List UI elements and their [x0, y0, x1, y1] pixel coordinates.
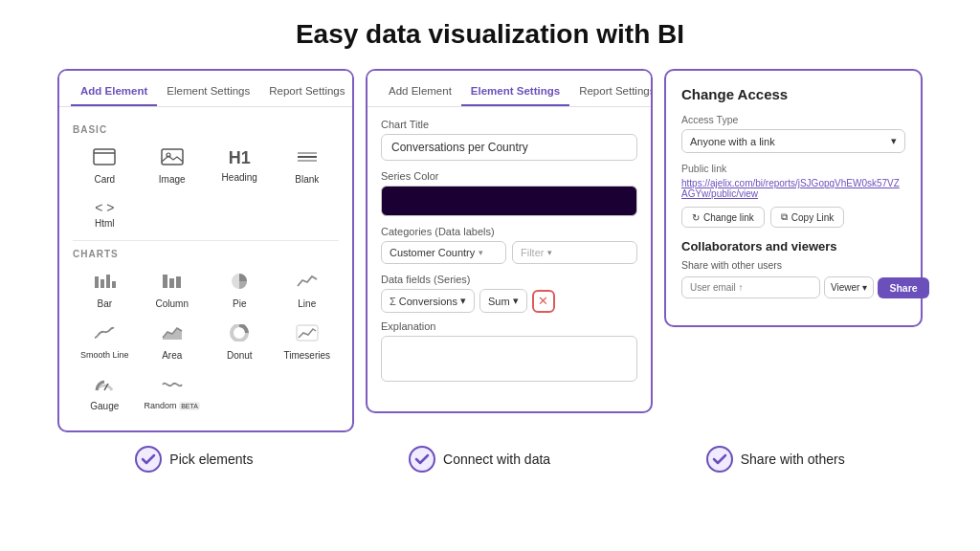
svg-point-19 [410, 447, 434, 472]
left-panel-content: BASIC Card Image H1 [59, 107, 352, 430]
random-icon [161, 376, 184, 399]
explanation-input[interactable] [381, 336, 637, 382]
timeseries-chart-item[interactable]: Timeseries [276, 319, 340, 366]
svg-rect-7 [95, 276, 99, 288]
categories-row: Customer Country ▾ Filter ▾ [381, 241, 637, 264]
image-item[interactable]: Image [141, 143, 205, 190]
area-icon [161, 324, 184, 347]
tab-report-settings-mid[interactable]: Report Settings [569, 80, 653, 106]
connect-label: Connect with data [443, 452, 550, 467]
gauge-chart-item[interactable]: Gauge [73, 370, 137, 418]
access-type-label: Access Type [681, 114, 905, 125]
tab-add-element-mid[interactable]: Add Element [379, 80, 461, 106]
column-icon [161, 273, 184, 296]
series-agg-select[interactable]: Sum ▾ [479, 289, 527, 313]
public-link-url[interactable]: https://ajelix.com/bi/reports/jSJGopgVhE… [681, 178, 905, 199]
copy-link-label: Copy Link [791, 212, 834, 223]
gauge-icon [93, 376, 116, 399]
blank-label: Blank [295, 174, 319, 185]
smoothline-chart-item[interactable]: Smooth Line [73, 319, 137, 366]
chart-title-input[interactable] [381, 134, 637, 161]
change-link-label: Change link [703, 212, 754, 223]
viewer-chevron: ▾ [862, 282, 867, 293]
filter-select[interactable]: Filter ▾ [512, 241, 637, 264]
charts-icon-grid: Bar Column Pie [73, 267, 339, 417]
data-fields-label: Data fields (Series) [381, 274, 637, 285]
share-row: Viewer ▾ Share [681, 276, 905, 298]
copy-icon: ⧉ [781, 211, 788, 223]
column-label: Column [156, 298, 189, 309]
categories-select[interactable]: Customer Country ▾ [381, 241, 506, 264]
series-agg-value: Sum [488, 296, 510, 307]
pick-check-icon [135, 446, 162, 473]
line-label: Line [298, 298, 316, 309]
series-color-swatch[interactable] [381, 186, 637, 216]
delete-series-button[interactable]: ✕ [532, 290, 555, 313]
heading-label: Heading [222, 172, 257, 183]
gauge-label: Gauge [90, 401, 119, 411]
chart-title-label: Chart Title [381, 119, 637, 130]
card-label: Card [94, 174, 115, 185]
categories-value: Customer Country [390, 247, 475, 258]
collab-title: Collaborators and viewers [681, 239, 905, 253]
bar-chart-item[interactable]: Bar [73, 267, 137, 315]
donut-chart-item[interactable]: Donut [208, 319, 272, 366]
pie-chart-item[interactable]: Pie [208, 267, 272, 315]
refresh-icon: ↻ [692, 212, 700, 223]
donut-label: Donut [227, 350, 253, 361]
connect-check-icon [409, 446, 435, 473]
column-chart-item[interactable]: Column [141, 267, 205, 315]
card-icon [93, 148, 116, 171]
basic-icon-grid: Card Image H1 Heading [73, 143, 339, 234]
mid-panel-content: Chart Title Series Color Categories (Dat… [368, 107, 651, 397]
bottom-item-connect: Connect with data [409, 446, 550, 473]
pie-label: Pie [233, 298, 246, 309]
pick-label: Pick elements [169, 452, 253, 467]
bottom-item-pick: Pick elements [135, 446, 253, 473]
svg-point-18 [136, 447, 161, 472]
area-chart-item[interactable]: Area [141, 319, 205, 366]
image-label: Image [159, 174, 186, 185]
svg-point-20 [707, 447, 732, 472]
card-item[interactable]: Card [73, 143, 137, 190]
series-color-label: Series Color [381, 170, 637, 182]
charts-section-label: CHARTS [73, 249, 339, 259]
heading-item[interactable]: H1 Heading [208, 143, 272, 190]
categories-chevron: ▾ [479, 248, 483, 257]
heading-icon: H1 [229, 148, 251, 169]
filter-placeholder: Filter [521, 247, 544, 258]
mid-panel: Add Element Element Settings Report Sett… [366, 69, 653, 413]
email-input[interactable] [681, 276, 820, 298]
access-type-select[interactable]: Anyone with a link ▾ [681, 129, 905, 153]
mid-tab-header: Add Element Element Settings Report Sett… [368, 71, 651, 107]
share-label: Share with others [741, 452, 845, 467]
html-label: Html [95, 218, 115, 229]
blank-item[interactable]: Blank [276, 143, 340, 190]
share-button[interactable]: Share [878, 277, 928, 298]
categories-label: Categories (Data labels) [381, 226, 637, 237]
series-name-select[interactable]: Σ Conversions ▾ [381, 289, 475, 313]
copy-link-button[interactable]: ⧉ Copy Link [770, 207, 844, 228]
image-icon [161, 148, 184, 171]
tab-element-settings-mid[interactable]: Element Settings [461, 80, 569, 106]
tab-add-element-left[interactable]: Add Element [71, 80, 157, 106]
line-chart-item[interactable]: Line [276, 267, 340, 315]
bottom-item-share: Share with others [706, 446, 845, 473]
pie-icon [228, 273, 251, 296]
change-link-button[interactable]: ↻ Change link [681, 207, 765, 228]
timeseries-icon [296, 324, 319, 347]
series-agg-chevron: ▾ [513, 295, 519, 307]
tab-element-settings-left[interactable]: Element Settings [157, 80, 259, 106]
svg-rect-9 [106, 275, 110, 288]
html-item[interactable]: < > Html [73, 194, 137, 235]
svg-rect-2 [162, 149, 183, 165]
viewer-select[interactable]: Viewer ▾ [824, 276, 874, 298]
svg-rect-12 [169, 278, 174, 288]
access-type-value: Anyone with a link [690, 136, 775, 147]
share-with-label: Share with other users [681, 259, 905, 271]
tab-report-settings-left[interactable]: Report Settings [259, 80, 354, 106]
svg-rect-16 [297, 325, 318, 341]
sigma-icon: Σ [390, 296, 396, 307]
line-icon [296, 273, 319, 296]
random-chart-item[interactable]: Random BETA [141, 370, 205, 418]
